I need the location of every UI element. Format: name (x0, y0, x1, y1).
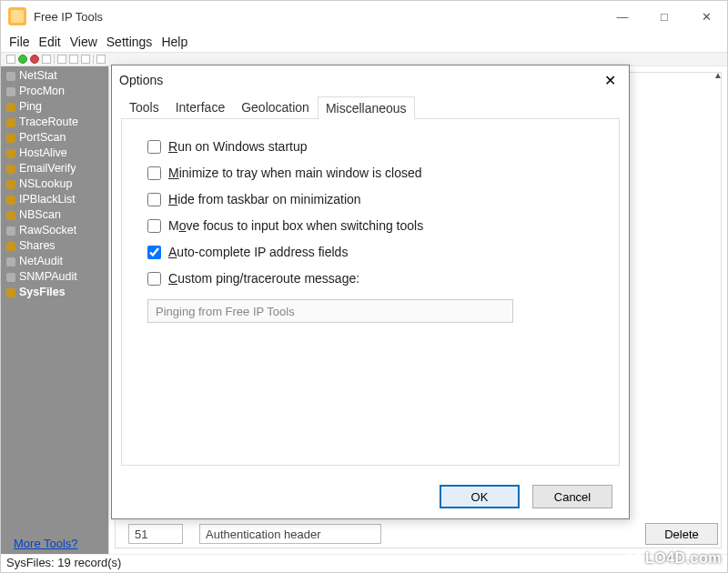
option-run-on-startup[interactable]: Run on Windows startup (147, 139, 593, 154)
sidebar-item-procmon[interactable]: ProcMon (1, 84, 108, 99)
checkbox-hide-from-taskbar[interactable] (147, 193, 161, 206)
tab-tools[interactable]: Tools (121, 96, 167, 118)
tool-icon[interactable] (57, 55, 66, 64)
separator (93, 55, 94, 64)
dialog-close-button[interactable]: ✕ (599, 70, 622, 91)
sidebar-item-label: Ping (19, 100, 42, 114)
ipblacklist-icon (6, 196, 15, 205)
label-hide-from-taskbar: Hide from taskbar on minimization (168, 192, 361, 206)
sidebar-item-label: NetStat (19, 69, 57, 83)
sidebar-item-netaudit[interactable]: NetAudit (1, 254, 108, 269)
option-custom-ping[interactable]: Custom ping/traceroute message: (147, 271, 593, 286)
nbscan-icon (6, 211, 15, 220)
watermark: LO4D.com (627, 550, 722, 567)
sidebar-item-nbscan[interactable]: NBScan (1, 207, 108, 223)
sidebar-item-label: IPBlackList (19, 193, 76, 206)
label-minimize-to-tray: Minimize to tray when main window is clo… (168, 166, 422, 180)
checkbox-run-on-startup[interactable] (147, 140, 161, 154)
sidebar-item-rawsocket[interactable]: RawSocket (1, 223, 108, 238)
menubar: File Edit View Settings Help (1, 32, 727, 52)
tab-interface[interactable]: Interface (167, 96, 233, 118)
sidebar-item-portscan[interactable]: PortScan (1, 130, 108, 146)
sidebar-item-label: HostAlive (19, 146, 67, 160)
dialog-buttons: OK Cancel (112, 475, 629, 518)
scroll-up-icon[interactable]: ▲ (713, 68, 723, 82)
number-input[interactable] (128, 524, 183, 544)
start-icon[interactable] (18, 55, 27, 64)
menu-edit[interactable]: Edit (36, 35, 64, 49)
option-hide-from-taskbar[interactable]: Hide from taskbar on minimization (147, 192, 593, 206)
sidebar-item-label: SNMPAudit (19, 270, 77, 284)
tab-panel-miscellaneous: Run on Windows startup Minimize to tray … (121, 118, 620, 466)
maximize-button[interactable]: □ (643, 1, 685, 32)
stop-icon[interactable] (30, 55, 39, 64)
sidebar-item-label: ProcMon (19, 85, 65, 98)
hostalive-icon (6, 149, 15, 158)
sidebar-item-ping[interactable]: Ping (1, 99, 108, 115)
tool-icon[interactable] (42, 55, 51, 64)
label-move-focus: Move focus to input box when switching t… (168, 218, 423, 233)
sidebar-item-snmpaudit[interactable]: SNMPAudit (1, 269, 108, 285)
label-run-on-startup: Run on Windows startup (168, 139, 308, 154)
app-icon (8, 7, 26, 25)
dialog-title: Options (119, 73, 163, 87)
sidebar-item-label: NSLookup (19, 177, 72, 191)
sidebar-item-label: NetAudit (19, 255, 63, 268)
nslookup-icon (6, 180, 15, 189)
checkbox-move-focus[interactable] (147, 219, 161, 233)
tool-icon[interactable] (6, 55, 15, 64)
tool-icon[interactable] (69, 55, 78, 64)
checkbox-minimize-to-tray[interactable] (147, 166, 161, 180)
tab-geolocation[interactable]: Geolocation (233, 96, 318, 118)
sidebar-item-label: TraceRoute (19, 116, 78, 129)
checkbox-custom-ping[interactable] (147, 272, 161, 286)
sidebar-item-label: RawSocket (19, 224, 76, 237)
window-title: Free IP Tools (34, 10, 602, 24)
ping-icon (6, 103, 15, 112)
sysfiles-icon (6, 288, 15, 297)
option-move-focus[interactable]: Move focus to input box when switching t… (147, 218, 593, 233)
sidebar-item-netstat[interactable]: NetStat (1, 68, 108, 84)
scrollbar[interactable]: ▲ (711, 68, 725, 481)
dialog-titlebar: Options ✕ (112, 65, 629, 95)
sidebar-item-hostalive[interactable]: HostAlive (1, 146, 108, 161)
sidebar-item-sysfiles[interactable]: SysFiles (1, 285, 108, 300)
tab-miscellaneous[interactable]: Miscellaneous (318, 96, 415, 119)
dialog-tabs: Tools Interface Geolocation Miscellaneou… (112, 95, 629, 118)
tool-icon[interactable] (96, 55, 106, 64)
watermark-icon (627, 551, 642, 566)
sidebar-item-ipblacklist[interactable]: IPBlackList (1, 192, 108, 207)
menu-help[interactable]: Help (158, 35, 190, 49)
sidebar-item-label: EmailVerify (19, 162, 76, 176)
procmon-icon (6, 87, 15, 96)
window-controls: — □ ✕ (602, 1, 727, 32)
option-auto-complete[interactable]: Auto-complete IP address fields (147, 245, 593, 259)
text-input[interactable] (199, 524, 381, 544)
label-auto-complete: Auto-complete IP address fields (168, 245, 348, 259)
more-tools-link[interactable]: More Tools? (14, 537, 78, 550)
shares-icon (6, 242, 15, 251)
watermark-text: LO4D.com (645, 550, 722, 567)
minimize-button[interactable]: — (602, 1, 643, 32)
menu-settings[interactable]: Settings (104, 35, 156, 49)
menu-view[interactable]: View (67, 35, 100, 49)
menu-file[interactable]: File (6, 35, 33, 49)
snmpaudit-icon (6, 273, 15, 282)
ok-button[interactable]: OK (440, 485, 520, 508)
netaudit-icon (6, 257, 15, 266)
sidebar-item-traceroute[interactable]: TraceRoute (1, 115, 108, 130)
sidebar-item-label: PortScan (19, 131, 66, 145)
netstat-icon (6, 72, 15, 81)
checkbox-auto-complete[interactable] (147, 246, 161, 259)
sidebar-item-shares[interactable]: Shares (1, 238, 108, 254)
sidebar-item-nslookup[interactable]: NSLookup (1, 176, 108, 192)
traceroute-icon (6, 118, 15, 127)
cancel-button[interactable]: Cancel (532, 485, 612, 508)
delete-button[interactable]: Delete (645, 523, 718, 545)
close-button[interactable]: ✕ (685, 1, 727, 32)
titlebar: Free IP Tools — □ ✕ (1, 1, 727, 32)
tool-icon[interactable] (81, 55, 90, 64)
sidebar-item-emailverify[interactable]: EmailVerify (1, 161, 108, 176)
statusbar: SysFiles: 19 record(s) (1, 554, 727, 572)
option-minimize-to-tray[interactable]: Minimize to tray when main window is clo… (147, 166, 593, 180)
